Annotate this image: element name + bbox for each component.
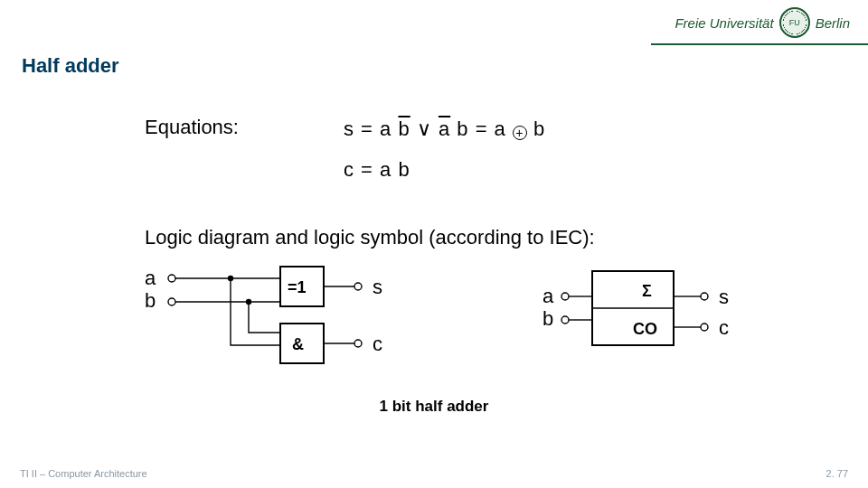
block-pin-s	[701, 293, 708, 300]
gate-out-s-label: s	[373, 276, 382, 298]
equation-carry: c = a b	[344, 158, 410, 182]
eq-s-rhs: b	[527, 117, 545, 140]
gate-out-c-label: c	[373, 333, 382, 355]
gate-pin-b	[168, 298, 175, 305]
block-sigma-label: Σ	[642, 282, 652, 300]
block-pin-a	[561, 293, 569, 300]
diagrams: a b =1 & s c	[145, 262, 778, 398]
eq-s-or: ∨	[410, 117, 439, 140]
footer-course: TI II – Computer Architecture	[20, 468, 147, 479]
diagram-heading: Logic diagram and logic symbol (accordin…	[145, 226, 595, 249]
gate-pin-s	[354, 283, 362, 290]
header-rule	[0, 43, 868, 45]
iec-block-symbol: a b Σ CO s c	[542, 271, 729, 345]
logic-diagram-svg: a b =1 & s c	[145, 262, 778, 398]
eq-s-lhs: s =	[344, 117, 380, 140]
university-logo: Freie Universität FU Berlin	[675, 7, 850, 38]
gate-pin-a	[168, 275, 175, 282]
eq-s-a1: a	[380, 117, 398, 140]
block-in-a-label: a	[542, 285, 554, 307]
gate-in-b-label: b	[145, 289, 156, 312]
block-pin-c	[701, 324, 708, 331]
logo-text-city: Berlin	[816, 15, 850, 31]
block-out-c-label: c	[719, 316, 729, 339]
seal-icon: FU	[779, 7, 810, 38]
diagram-caption: 1 bit half adder	[0, 398, 868, 416]
slide-title: Half adder	[22, 54, 119, 78]
logo-text-uni: Freie Universität	[675, 15, 773, 31]
xor-icon: +	[513, 126, 527, 140]
block-out-s-label: s	[719, 286, 729, 308]
eq-s-abar: a	[439, 117, 450, 140]
slide-root: Freie Universität FU Berlin Half adder E…	[0, 0, 868, 488]
equations-label: Equations:	[145, 116, 239, 139]
footer-page: 2. 77	[826, 468, 848, 479]
gate-pin-c	[354, 340, 362, 347]
block-in-b-label: b	[542, 307, 553, 330]
block-co-label: CO	[633, 320, 657, 338]
xor-gate-label: =1	[288, 278, 307, 296]
eq-s-bbar: b	[398, 117, 410, 140]
block-pin-b	[561, 316, 569, 324]
eq-s-b2: b = a	[450, 117, 513, 140]
gate-in-a-label: a	[145, 267, 156, 289]
and-gate-label: &	[292, 335, 304, 353]
equation-sum: s = a b ∨ a b = a + b	[344, 117, 545, 141]
